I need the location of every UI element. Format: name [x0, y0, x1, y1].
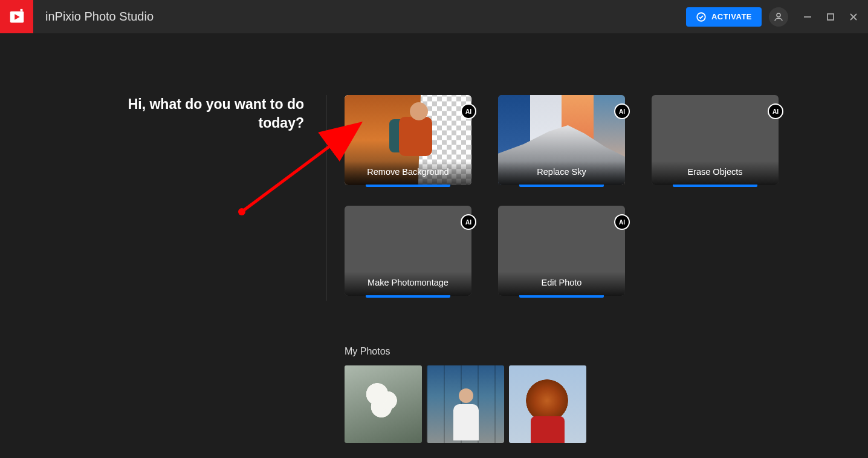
- close-button[interactable]: [847, 11, 860, 23]
- card-grid: Remove Background AI Replace Sky AI: [345, 95, 779, 296]
- card-art: Remove Background: [345, 95, 471, 185]
- ai-badge: AI: [768, 103, 783, 119]
- my-photos-title: My Photos: [345, 346, 868, 357]
- greeting-line2: today?: [259, 115, 304, 131]
- card-art: Make Photomontage: [345, 206, 471, 296]
- minimize-button[interactable]: [802, 11, 814, 23]
- card-underline: [366, 295, 450, 298]
- window-controls: [802, 11, 860, 23]
- play-logo-icon: [8, 8, 26, 26]
- svg-point-4: [777, 13, 780, 17]
- card-label: Edit Photo: [542, 278, 582, 287]
- minimize-icon: [803, 13, 812, 21]
- svg-rect-2: [20, 8, 22, 11]
- header-left: inPixio Photo Studio: [0, 0, 154, 33]
- svg-rect-6: [828, 14, 834, 20]
- card-remove-background[interactable]: Remove Background AI: [345, 95, 471, 185]
- app-title: inPixio Photo Studio: [45, 10, 154, 24]
- ai-badge: AI: [461, 214, 476, 230]
- card-label: Remove Background: [367, 167, 449, 177]
- app-header: inPixio Photo Studio ACTIVATE: [0, 0, 868, 33]
- photo-thumb[interactable]: [509, 365, 586, 443]
- app-logo: [0, 0, 33, 33]
- card-art: Edit Photo: [498, 206, 625, 296]
- account-button[interactable]: [769, 7, 788, 27]
- header-right: ACTIVATE: [686, 7, 868, 27]
- maximize-button[interactable]: [824, 11, 837, 23]
- cards-column: Remove Background AI Replace Sky AI: [326, 95, 779, 301]
- ai-badge: AI: [614, 103, 630, 119]
- ai-badge: AI: [614, 214, 630, 230]
- card-replace-sky[interactable]: Replace Sky AI: [498, 95, 625, 185]
- card-edit-photo[interactable]: Edit Photo AI: [498, 206, 625, 296]
- card-underline: [366, 185, 450, 187]
- greeting-column: Hi, what do you want to do today?: [0, 95, 326, 301]
- check-circle-icon: [696, 11, 707, 22]
- card-art: Replace Sky: [498, 95, 625, 185]
- card-label: Erase Objects: [687, 167, 742, 177]
- card-art: Erase Objects: [652, 95, 779, 185]
- card-make-photomontage[interactable]: Make Photomontage AI: [345, 206, 471, 296]
- my-photos-section: My Photos: [345, 346, 868, 443]
- maximize-icon: [826, 13, 835, 21]
- card-underline: [519, 295, 604, 298]
- greeting-line1: Hi, what do you want to do: [128, 96, 304, 112]
- photo-thumb[interactable]: [345, 365, 422, 443]
- activate-button[interactable]: ACTIVATE: [686, 7, 762, 27]
- user-icon: [773, 11, 784, 22]
- ai-badge: AI: [461, 103, 476, 119]
- greeting-text: Hi, what do you want to do today?: [0, 95, 304, 132]
- card-erase-objects[interactable]: Erase Objects AI: [652, 95, 779, 185]
- main-content: Hi, what do you want to do today? Remove…: [0, 33, 868, 301]
- card-label: Replace Sky: [537, 167, 586, 177]
- activate-label: ACTIVATE: [711, 12, 752, 21]
- my-photos-thumbs: [345, 365, 868, 443]
- card-label: Make Photomontage: [368, 278, 449, 287]
- card-underline: [519, 185, 604, 187]
- photo-thumb[interactable]: [427, 365, 504, 443]
- card-underline: [673, 185, 757, 187]
- close-icon: [849, 13, 858, 21]
